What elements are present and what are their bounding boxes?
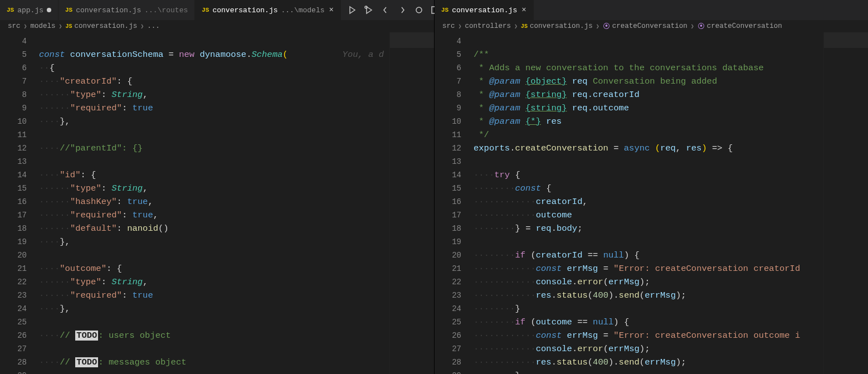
code-area[interactable]: /** * Adds a new conversation to the con… — [474, 32, 868, 374]
code-line[interactable] — [39, 342, 434, 356]
code-line[interactable]: exports.createConversation = async (req,… — [474, 142, 868, 155]
code-line[interactable]: * @param {string} req.outcome — [474, 101, 868, 115]
code-line[interactable]: ····}, — [39, 302, 434, 315]
code-line[interactable]: ············const errMsg = "Error: creat… — [474, 329, 868, 342]
code-line[interactable]: ············creatorId, — [474, 195, 868, 208]
code-line[interactable]: ············console.error(errMsg); — [474, 342, 868, 356]
go-back-icon[interactable] — [381, 6, 390, 14]
code-editor-left[interactable]: 4567891011121314151617181920212223242526… — [0, 32, 434, 374]
tab-appjs[interactable]: JS app.js — [0, 0, 58, 20]
code-line[interactable]: ············res.status(400).send(errMsg)… — [474, 289, 868, 302]
tab-conversation-models[interactable]: JS conversation.js ...\models × — [195, 0, 341, 20]
inline-suggestion: You, a d — [343, 48, 384, 61]
code-line[interactable]: ········if (outcome == null) { — [474, 315, 868, 329]
code-line[interactable] — [39, 35, 434, 48]
code-line[interactable]: * Adds a new conversation to the convers… — [474, 61, 868, 75]
code-line[interactable] — [39, 249, 434, 262]
code-line[interactable]: ········if (creatorId == null) { — [474, 249, 868, 262]
crumb-file[interactable]: JSconversation.js — [66, 22, 138, 30]
code-line[interactable] — [474, 235, 868, 249]
code-line[interactable]: ······"required": true, — [39, 208, 434, 222]
js-icon: JS — [441, 7, 448, 13]
crumb-controllers[interactable]: controllers — [465, 22, 511, 30]
line-gutter: 4567891011121314151617181920212223242526… — [0, 32, 39, 374]
close-icon[interactable]: × — [328, 6, 334, 14]
code-line[interactable]: ············console.error(errMsg); — [474, 275, 868, 289]
code-line[interactable]: ········} — [474, 369, 868, 374]
close-icon[interactable]: × — [520, 6, 526, 14]
crumb-symbol[interactable]: ... — [147, 22, 160, 30]
code-line[interactable]: ····"id": { — [39, 168, 434, 182]
code-line[interactable]: const conversationSchema = new dynamoose… — [39, 48, 434, 61]
code-line[interactable] — [474, 155, 868, 168]
code-line[interactable]: ······"type": String, — [39, 88, 434, 101]
chevron-right-icon: ❯ — [459, 23, 462, 30]
code-line[interactable]: ············outcome — [474, 208, 868, 222]
tab-conversation-routes[interactable]: JS conversation.js ...\routes — [58, 0, 195, 20]
compare-icon[interactable] — [415, 6, 423, 14]
crumb-file[interactable]: JSconversation.js — [521, 22, 593, 30]
code-line[interactable]: ············const errMsg = "Error: creat… — [474, 262, 868, 275]
breadcrumb-right[interactable]: src ❯ controllers ❯ JSconversation.js ❯ … — [435, 20, 868, 32]
code-line[interactable] — [474, 35, 868, 48]
code-line[interactable]: ······"type": String, — [39, 182, 434, 195]
tab-bar-left: JS app.js JS conversation.js ...\routes … — [0, 0, 434, 20]
debug-icon[interactable] — [364, 6, 373, 14]
tab-hint: ...\models — [281, 6, 325, 14]
chevron-right-icon: ❯ — [140, 23, 144, 30]
crumb-fn2[interactable]: ⦿createConversation — [698, 22, 782, 31]
code-line[interactable]: ····}, — [39, 115, 434, 128]
code-line[interactable]: ····"creatorId": { — [39, 75, 434, 88]
code-line[interactable]: ········} = req.body; — [474, 222, 868, 235]
crumb-fn1[interactable]: ⦿createConversation — [603, 22, 687, 31]
editor-pane-left: JS app.js JS conversation.js ...\routes … — [0, 0, 435, 374]
editor-pane-right: JS conversation.js × src ❯ controllers ❯… — [435, 0, 868, 374]
minimap[interactable] — [823, 32, 868, 374]
crumb-src[interactable]: src — [8, 22, 21, 30]
tab-conversation-controllers[interactable]: JS conversation.js × — [435, 0, 534, 20]
code-line[interactable]: /** — [474, 48, 868, 61]
minimap[interactable] — [389, 32, 434, 374]
code-line[interactable]: ····}, — [39, 235, 434, 249]
code-line[interactable]: ······"required": true — [39, 289, 434, 302]
code-line[interactable] — [39, 369, 434, 374]
tab-label: app.js — [17, 6, 43, 14]
code-area[interactable]: const conversationSchema = new dynamoose… — [39, 32, 434, 374]
chevron-right-icon: ❯ — [59, 23, 62, 30]
code-line[interactable]: * @param {string} req.creatorId — [474, 88, 868, 101]
js-icon: JS — [7, 7, 14, 13]
code-line[interactable]: ····"outcome": { — [39, 262, 434, 275]
line-gutter: 4567891011121314151617181920212223242526… — [435, 32, 474, 374]
code-line[interactable]: ············res.status(400).send(errMsg)… — [474, 356, 868, 369]
code-line[interactable]: ······"hashKey": true, — [39, 195, 434, 208]
code-line[interactable] — [39, 128, 434, 142]
svg-point-0 — [365, 6, 367, 8]
function-icon: ⦿ — [698, 22, 705, 31]
code-line[interactable]: ······"type": String, — [39, 275, 434, 289]
code-line[interactable]: ··{ — [39, 61, 434, 75]
code-line[interactable]: ····// TODO: messages object — [39, 356, 434, 369]
chevron-right-icon: ❯ — [24, 23, 27, 30]
code-line[interactable]: * @param {object} req Conversation being… — [474, 75, 868, 88]
tab-label: conversation.js — [452, 6, 517, 14]
code-editor-right[interactable]: 4567891011121314151617181920212223242526… — [435, 32, 868, 374]
crumb-src[interactable]: src — [442, 22, 455, 30]
crumb-models[interactable]: models — [31, 22, 56, 30]
breadcrumb-left[interactable]: src ❯ models ❯ JSconversation.js ❯ ... — [0, 20, 434, 32]
code-line[interactable]: ····// TODO: users object — [39, 329, 434, 342]
js-icon: JS — [65, 7, 72, 13]
code-line[interactable]: ······"required": true — [39, 101, 434, 115]
code-line[interactable]: ········} — [474, 302, 868, 315]
code-line[interactable]: ····//"parentId": {} — [39, 142, 434, 155]
code-line[interactable]: * @param {*} res — [474, 115, 868, 128]
svg-point-1 — [416, 7, 422, 13]
code-line[interactable]: ········const { — [474, 182, 868, 195]
code-line[interactable]: ····try { — [474, 168, 868, 182]
code-line[interactable]: */ — [474, 128, 868, 142]
code-line[interactable]: ······"default": nanoid() — [39, 222, 434, 235]
code-line[interactable] — [39, 315, 434, 329]
code-line[interactable] — [39, 155, 434, 168]
run-icon[interactable] — [348, 6, 357, 14]
go-forward-icon[interactable] — [398, 6, 407, 14]
chevron-right-icon: ❯ — [514, 23, 518, 30]
